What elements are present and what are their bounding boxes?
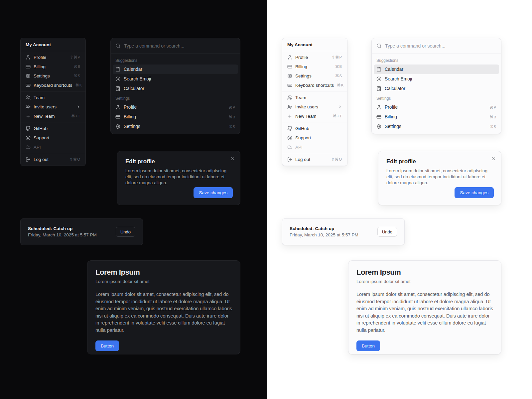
undo-button[interactable]: Undo — [377, 227, 397, 237]
menu-shortcut: ⌘B — [73, 64, 80, 69]
command-search-input[interactable]: Type a command or search... — [111, 38, 240, 54]
menu-item-label: Keyboard shortcuts — [34, 83, 72, 88]
command-item-calculator[interactable]: Calculator — [374, 84, 499, 93]
menu-item-label: Billing — [34, 64, 46, 69]
user-icon — [287, 55, 292, 60]
toast-notification: Scheduled: Catch up Friday, March 10, 20… — [20, 218, 143, 245]
menu-item-settings[interactable]: Settings ⌘S — [284, 71, 345, 80]
dialog-title: Edit profile — [386, 158, 493, 165]
command-item-label: Settings — [124, 124, 140, 129]
menu-item-team[interactable]: Team — [284, 93, 345, 102]
user-icon — [376, 105, 381, 110]
command-shortcut: ⌘S — [228, 124, 235, 129]
command-item-calculator[interactable]: Calculator — [113, 84, 238, 93]
command-item-settings[interactable]: Settings ⌘S — [113, 122, 238, 131]
command-item-calendar[interactable]: Calendar — [374, 65, 499, 74]
menu-shortcut: ⌘S — [73, 73, 80, 78]
menu-item-support[interactable]: Support — [284, 133, 345, 142]
card-button[interactable]: Button — [95, 340, 119, 351]
command-list: Suggestions Calendar Search Emoji Calcul… — [111, 54, 240, 134]
menu-item-label: Profile — [34, 55, 46, 60]
account-dropdown-menu: My Account Profile ⇧⌘P Billing ⌘B Settin… — [20, 38, 86, 166]
gear-icon — [115, 124, 120, 129]
menu-item-keyboard-shortcuts[interactable]: Keyboard shortcuts ⌘K — [22, 80, 84, 90]
menu-item-log-out[interactable]: Log out ⇧⌘Q — [284, 155, 345, 164]
menu-item-billing[interactable]: Billing ⌘B — [284, 62, 345, 71]
toast-title: Scheduled: Catch up — [290, 226, 358, 231]
life-buoy-icon — [26, 135, 31, 140]
command-item-search-emoji[interactable]: Search Emoji — [374, 74, 499, 84]
menu-item-new-team[interactable]: New Team ⌘+T — [284, 111, 345, 121]
command-group-label: Suggestions — [374, 56, 499, 65]
menu-item-new-team[interactable]: New Team ⌘+T — [22, 111, 84, 121]
menu-shortcut: ⌘K — [75, 83, 82, 87]
gear-icon — [26, 73, 31, 78]
menu-item-team[interactable]: Team — [22, 93, 84, 102]
save-changes-button[interactable]: Save changes — [455, 187, 494, 198]
menu-item-label: New Team — [34, 114, 55, 119]
menu-item-label: Keyboard shortcuts — [295, 83, 334, 88]
keyboard-icon — [287, 83, 292, 88]
user-icon — [26, 55, 31, 60]
command-item-label: Calculator — [385, 86, 405, 91]
command-item-billing[interactable]: Billing ⌘B — [374, 112, 499, 122]
lorem-ipsum-card: Lorem Ipsum Lorem ipsum dolor sit amet L… — [87, 260, 240, 354]
menu-title: My Account — [284, 40, 345, 50]
menu-item-profile[interactable]: Profile ⇧⌘P — [284, 53, 345, 62]
menu-item-invite-users[interactable]: Invite users — [284, 102, 345, 111]
menu-shortcut: ⇧⌘P — [332, 55, 342, 60]
menu-item-billing[interactable]: Billing ⌘B — [22, 62, 84, 71]
menu-item-support[interactable]: Support — [22, 133, 84, 142]
card-title: Lorem Ipsum — [356, 268, 493, 277]
account-dropdown-menu: My Account Profile ⇧⌘P Billing ⌘B Settin… — [282, 38, 347, 166]
menu-item-label: Billing — [295, 64, 307, 69]
menu-item-label: Invite users — [295, 104, 318, 109]
command-item-profile[interactable]: Profile ⌘P — [113, 102, 238, 112]
menu-item-profile[interactable]: Profile ⇧⌘P — [22, 53, 84, 62]
close-icon[interactable] — [491, 156, 496, 161]
smile-icon — [115, 76, 120, 81]
command-item-search-emoji[interactable]: Search Emoji — [113, 74, 238, 84]
command-shortcut: ⌘S — [489, 124, 496, 129]
command-item-label: Billing — [385, 114, 397, 119]
command-shortcut: ⌘B — [489, 115, 496, 119]
menu-item-label: Team — [34, 95, 45, 100]
menu-item-log-out[interactable]: Log out ⇧⌘Q — [22, 155, 84, 164]
menu-separator — [21, 153, 85, 153]
log-out-icon — [287, 157, 292, 162]
command-item-profile[interactable]: Profile ⌘P — [374, 102, 499, 112]
command-group-label: Settings — [113, 93, 238, 102]
menu-item-keyboard-shortcuts[interactable]: Keyboard shortcuts ⌘K — [284, 80, 345, 90]
menu-item-github[interactable]: GitHub — [284, 124, 345, 133]
command-palette: Type a command or search... Suggestions … — [371, 38, 501, 134]
card-button[interactable]: Button — [356, 340, 380, 351]
menu-item-github[interactable]: GitHub — [22, 124, 84, 133]
menu-item-api: API — [22, 142, 84, 152]
menu-shortcut: ⇧⌘Q — [69, 157, 80, 162]
menu-shortcut: ⇧⌘P — [70, 55, 80, 60]
toast-title: Scheduled: Catch up — [28, 226, 97, 231]
plus-icon — [287, 114, 292, 119]
search-icon — [115, 43, 121, 49]
menu-separator — [21, 91, 85, 91]
lorem-ipsum-card: Lorem Ipsum Lorem ipsum dolor sit amet L… — [348, 260, 501, 354]
command-item-label: Search Emoji — [385, 76, 412, 81]
menu-item-invite-users[interactable]: Invite users — [22, 102, 84, 111]
close-icon[interactable] — [230, 156, 235, 161]
users-icon — [26, 95, 31, 100]
undo-button[interactable]: Undo — [116, 227, 135, 237]
menu-item-label: API — [295, 145, 303, 150]
menu-item-settings[interactable]: Settings ⌘S — [22, 71, 84, 80]
command-item-settings[interactable]: Settings ⌘S — [374, 122, 499, 131]
dialog-description: Lorem ipsum dolor sit amet, consectetur … — [125, 168, 231, 186]
user-icon — [115, 105, 120, 110]
menu-item-label: Team — [295, 95, 306, 100]
command-item-calendar[interactable]: Calendar — [113, 65, 238, 74]
save-changes-button[interactable]: Save changes — [194, 187, 233, 198]
command-search-input[interactable]: Type a command or search... — [372, 38, 501, 54]
command-item-billing[interactable]: Billing ⌘B — [113, 112, 238, 122]
menu-item-label: Settings — [295, 73, 312, 78]
edit-profile-dialog: Edit profile Lorem ipsum dolor sit amet,… — [117, 151, 240, 205]
menu-separator — [282, 122, 347, 122]
menu-item-label: GitHub — [295, 126, 309, 131]
